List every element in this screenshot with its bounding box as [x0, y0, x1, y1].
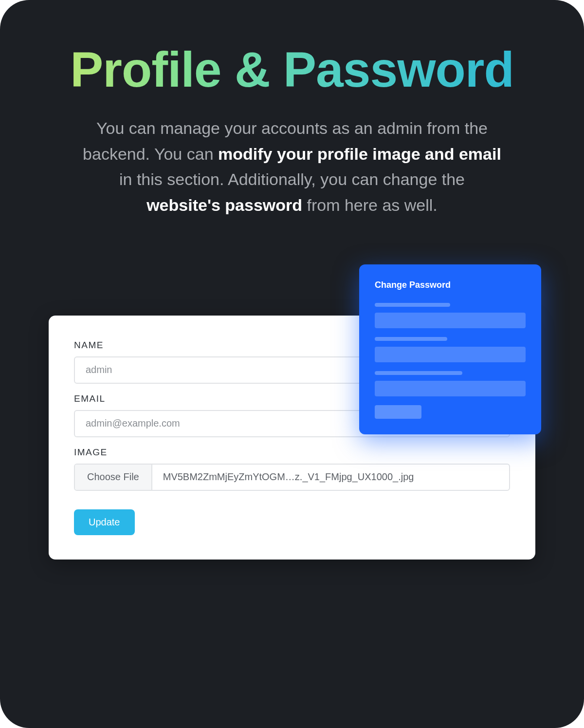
page-container: Profile & Password You can manage your a…	[0, 0, 584, 728]
image-field-group: IMAGE Choose File MV5BM2ZmMjEyZmYtOGM…z.…	[74, 447, 510, 491]
description-text-2: in this section. Additionally, you can c…	[119, 170, 465, 188]
page-title: Profile & Password	[34, 44, 550, 96]
choose-file-button[interactable]: Choose File	[75, 465, 152, 490]
update-button[interactable]: Update	[74, 509, 135, 535]
file-name-display: MV5BM2ZmMjEyZmYtOGM…z._V1_FMjpg_UX1000_.…	[152, 465, 509, 490]
change-password-card: Change Password	[359, 264, 541, 434]
description-highlight-1: modify your profile image and email	[218, 145, 501, 163]
skeleton-button	[375, 405, 421, 419]
skeleton-label-1	[375, 303, 450, 307]
image-label: IMAGE	[74, 447, 510, 458]
description-highlight-2: website's password	[146, 196, 302, 214]
skeleton-label-3	[375, 371, 462, 375]
skeleton-input-2	[375, 347, 526, 362]
change-password-title: Change Password	[375, 280, 526, 290]
file-input-wrapper[interactable]: Choose File MV5BM2ZmMjEyZmYtOGM…z._V1_FM…	[74, 464, 510, 491]
skeleton-input-1	[375, 313, 526, 328]
skeleton-input-3	[375, 381, 526, 396]
page-description: You can manage your accounts as an admin…	[80, 115, 504, 218]
description-text-3: from here as well.	[302, 196, 438, 214]
skeleton-label-2	[375, 337, 447, 341]
card-area: NAME EMAIL IMAGE Choose File MV5BM2ZmMjE…	[34, 264, 550, 560]
